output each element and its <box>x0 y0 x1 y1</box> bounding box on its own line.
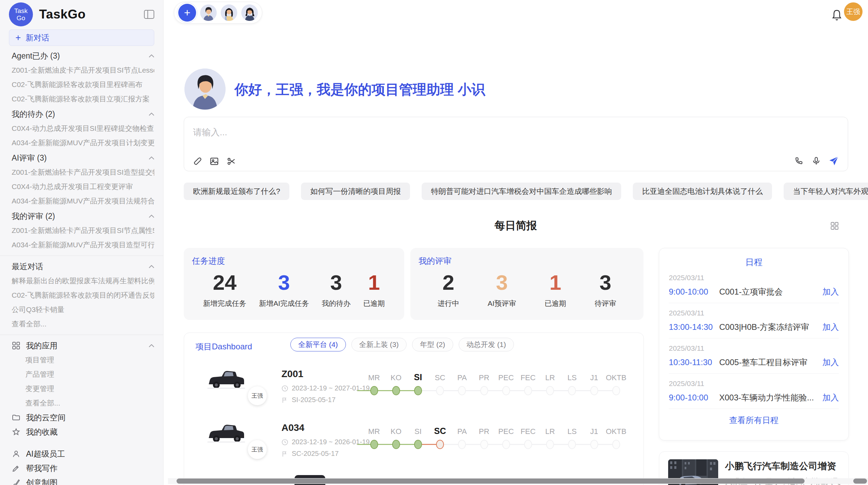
section-header-agent-done[interactable]: Agent已办 (3) <box>12 49 154 63</box>
sidebar-collapse-icon[interactable] <box>144 10 154 19</box>
app-item[interactable]: 变更管理 <box>12 382 154 396</box>
suggestion-chip[interactable]: 特朗普可能对进口汽车增税会对中国车企造成哪些影响 <box>422 183 621 200</box>
chevron-up-icon[interactable] <box>149 54 154 58</box>
chat-input[interactable] <box>192 123 742 141</box>
join-link[interactable]: 加入 <box>822 357 839 368</box>
stat-label: 新增AI完成任务 <box>259 299 309 308</box>
attach-file-icon[interactable] <box>192 157 202 166</box>
dashboard-tab[interactable]: 年型 (2) <box>412 338 453 351</box>
send-icon[interactable] <box>829 156 839 166</box>
voice-call-icon[interactable] <box>794 156 804 166</box>
stat-value: 3 <box>322 270 350 295</box>
sidebar-task-item[interactable]: C02-飞腾新能源轻客改款项目里程碑画布 <box>12 77 154 92</box>
sidebar-task-item[interactable]: A034-全新新能源MUV产品开发项目计划变更表编写 <box>12 136 154 150</box>
task-stats: 24 新增完成任务 3 新增AI完成任务 3 我的待办 1 已逾期 <box>192 270 396 308</box>
chevron-up-icon[interactable] <box>149 215 154 218</box>
sidebar-task-item[interactable]: C0X4-动力总成开发项目SI里程碑提交物检查 <box>12 121 154 136</box>
dashboard-tab[interactable]: 全新平台 (4) <box>290 338 346 351</box>
section-header-ai-review[interactable]: AI评审 (3) <box>12 151 154 165</box>
ai-review-list: Z001-全新燃油轻卡产品开发项目SI造型提交物评审C0X4-动力总成开发项目工… <box>12 165 154 208</box>
sidebar-scroll-area: Agent已办 (3) Z001-全新燃油皮卡产品开发项目SI节点Lesson … <box>0 49 163 485</box>
app-window: Task Go TaskGo + 新对话 Agent已办 (3) Z001-全新… <box>0 0 868 485</box>
chevron-up-icon[interactable] <box>149 113 154 116</box>
my-review-card: 我的评审 2 进行中 3 AI预评审 1 已逾期 3 <box>410 248 643 320</box>
recent-chat-item[interactable]: 查看全部... <box>12 317 154 331</box>
sidebar-item-cloud-space[interactable]: 我的云空间 <box>12 410 154 425</box>
section-header-recent-chats[interactable]: 最近对话 <box>12 259 154 274</box>
chevron-up-icon[interactable] <box>149 344 154 347</box>
chevron-up-icon[interactable] <box>149 157 154 160</box>
dashboard-tab[interactable]: 动总开发 (1) <box>459 338 514 351</box>
sidebar-task-item[interactable]: Z001-全新燃油轻卡产品开发项目SI造型提交物评审 <box>12 165 154 179</box>
suggestion-chip[interactable]: 当下年轻人对汽车外观有怎样的喜好趋势 <box>784 183 868 200</box>
app-item[interactable]: 项目管理 <box>12 353 154 367</box>
app-title: TaskGo <box>39 7 86 22</box>
join-link[interactable]: 加入 <box>822 286 839 297</box>
image-upload-icon[interactable] <box>209 157 219 166</box>
project-row[interactable]: 王强Z0012023-12-19 ~ 2027-01-19SI-2025-05-… <box>184 365 643 419</box>
recent-chat-item[interactable]: 解释最新出台的欧盟报废车法规再生塑料比例被调至15%... <box>12 274 154 288</box>
view-all-schedule-link[interactable]: 查看所有日程 <box>669 409 839 432</box>
agent-avatar[interactable] <box>200 4 217 21</box>
app-item[interactable]: 产品管理 <box>12 367 154 382</box>
add-agent-button[interactable]: + <box>178 4 196 22</box>
sidebar-item-my-apps[interactable]: 我的应用 <box>12 338 154 353</box>
sidebar-item-favorites[interactable]: 我的收藏 <box>12 425 154 439</box>
milestone-dot-LS <box>568 440 576 449</box>
sidebar-item-help-write[interactable]: 帮我写作 <box>12 461 154 475</box>
sidebar-task-item[interactable]: Z001-全新燃油皮卡产品开发项目SI节点Lesson Learn报告 <box>12 63 154 77</box>
sidebar-task-item[interactable]: A034-全新新能源MUV产品开发项目造型可行性评审 <box>12 238 154 252</box>
sidebar: Task Go TaskGo + 新对话 Agent已办 (3) Z001-全新… <box>0 0 164 485</box>
layout-grid-icon[interactable] <box>830 221 839 232</box>
stat-label: 新增完成任务 <box>203 299 246 308</box>
card-title: 任务进度 <box>192 256 396 266</box>
agent-done-list: Z001-全新燃油皮卡产品开发项目SI节点Lesson Learn报告C02-飞… <box>12 63 154 106</box>
taskgo-logo: Task Go <box>9 2 33 26</box>
project-flag-date: SC-2025-05-17 <box>281 450 339 458</box>
new-chat-button[interactable]: + 新对话 <box>9 29 154 46</box>
scissors-icon[interactable] <box>227 157 236 166</box>
suggestion-chip[interactable]: 欧洲新规最近颁布了什么? <box>184 183 289 200</box>
agent-avatar[interactable] <box>221 4 237 21</box>
sidebar-task-item[interactable]: A034-全新新能源MUV产品开发项目法规符合性评审 <box>12 194 154 208</box>
join-link[interactable]: 加入 <box>822 322 839 333</box>
recent-chat-item[interactable]: C02-飞腾新能源轻客改款项目的闭环通告反馈情况 <box>12 288 154 302</box>
stat-label: 已逾期 <box>363 299 385 308</box>
schedule-event: 2025/03/11 9:00-10:00 X003-车辆动力学性能验... 加… <box>669 374 839 409</box>
section-header-my-review[interactable]: 我的评审 (2) <box>12 209 154 223</box>
chevron-up-icon[interactable] <box>149 265 154 268</box>
stat-block: 2 进行中 <box>438 270 459 308</box>
project-row[interactable]: 王强A0342023-12-19 ~ 2026-01-19SC-2025-05-… <box>184 419 643 473</box>
milestone-dot-PR <box>480 440 488 449</box>
milestone-dot-PA <box>458 440 466 449</box>
section-header-my-todo[interactable]: 我的待办 (2) <box>12 107 154 121</box>
milestone-dot-PR <box>480 386 488 395</box>
milestone-dot-LR <box>546 386 554 395</box>
app-item[interactable]: 查看全部... <box>12 396 154 410</box>
join-link[interactable]: 加入 <box>822 392 839 403</box>
suggestion-chip[interactable]: 如何写一份清晰的项目周报 <box>301 183 410 200</box>
event-date: 2025/03/11 <box>669 380 839 388</box>
project-code[interactable]: A034 <box>281 422 304 433</box>
recent-chat-item[interactable]: 公司Q3轻卡销量 <box>12 302 154 317</box>
event-name: X003-车辆动力学性能验... <box>719 392 822 403</box>
horizontal-scrollbar-thumb[interactable] <box>177 478 805 484</box>
sidebar-item-ai-staff[interactable]: AI超级员工 <box>12 447 154 461</box>
project-owner-badge: 王强 <box>248 440 267 459</box>
dashboard-tab[interactable]: 全新上装 (3) <box>351 338 407 351</box>
suggestion-chip[interactable]: 比亚迪全固态电池计划具体说了什么 <box>633 183 772 200</box>
project-owner-badge: 王强 <box>248 386 267 405</box>
suggestion-chips: 欧洲新规最近颁布了什么?如何写一份清晰的项目周报特朗普可能对进口汽车增税会对中国… <box>184 183 868 200</box>
notification-bell-icon[interactable] <box>831 9 843 23</box>
sidebar-task-item[interactable]: Z001-全新燃油轻卡产品开发项目SI节点属性5D文件评审 <box>12 223 154 238</box>
agent-avatar[interactable] <box>241 4 258 21</box>
user-avatar[interactable]: 王强 <box>844 2 863 21</box>
sidebar-item-creative-draw[interactable]: 创意制图 <box>12 475 154 485</box>
sidebar-task-item[interactable]: C0X4-动力总成开发项目工程变更评审 <box>12 179 154 194</box>
sidebar-task-item[interactable]: C02-飞腾新能源轻客改款项目立项汇报方案 <box>12 92 154 106</box>
project-code[interactable]: Z001 <box>281 369 303 380</box>
stat-value: 2 <box>438 270 459 295</box>
scrollbar-corner[interactable] <box>853 478 867 484</box>
schedule-title: 日程 <box>669 257 839 268</box>
microphone-icon[interactable] <box>811 156 821 166</box>
